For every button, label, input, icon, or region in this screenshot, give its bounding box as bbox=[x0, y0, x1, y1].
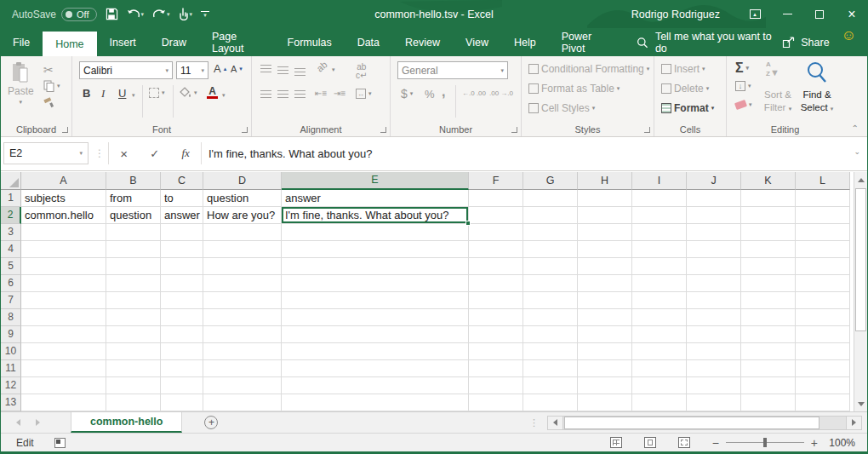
find-select-button[interactable]: Find & Select ▾ bbox=[798, 89, 836, 114]
copy-button[interactable]: ▾ bbox=[43, 80, 60, 92]
align-center-icon[interactable] bbox=[277, 90, 288, 98]
cell-C1[interactable]: to bbox=[161, 190, 203, 207]
align-right-icon[interactable] bbox=[294, 90, 306, 98]
cell-I3[interactable] bbox=[632, 224, 687, 241]
cell-G2[interactable] bbox=[523, 207, 578, 224]
row-header-4[interactable]: 4 bbox=[1, 241, 21, 258]
cell-B4[interactable] bbox=[106, 241, 161, 258]
cell-F9[interactable] bbox=[469, 326, 523, 343]
tab-insert[interactable]: Insert bbox=[97, 28, 149, 56]
underline-button[interactable]: U bbox=[118, 87, 126, 100]
tab-help[interactable]: Help bbox=[501, 28, 549, 56]
row-header-9[interactable]: 9 bbox=[1, 326, 21, 343]
cell-L6[interactable] bbox=[796, 275, 850, 292]
cell-J12[interactable] bbox=[687, 377, 741, 394]
row-header-3[interactable]: 3 bbox=[1, 224, 21, 241]
share-button[interactable]: Share bbox=[782, 28, 829, 56]
cancel-button[interactable]: × bbox=[120, 147, 128, 161]
row-header-13[interactable]: 13 bbox=[1, 394, 21, 411]
underline-caret[interactable]: ▾ bbox=[132, 92, 135, 99]
number-format-select[interactable]: General▾ bbox=[397, 61, 508, 79]
cell-K3[interactable] bbox=[741, 224, 796, 241]
cell-H1[interactable] bbox=[578, 190, 632, 207]
cell-K5[interactable] bbox=[741, 258, 796, 275]
tell-me-box[interactable]: Tell me what you want to do bbox=[637, 28, 782, 56]
sheet-tab-common-hello[interactable]: common-hello bbox=[71, 412, 182, 433]
cell-I8[interactable] bbox=[632, 309, 687, 326]
expand-formula-bar-button[interactable]: ⌄ bbox=[854, 147, 860, 156]
cell-F7[interactable] bbox=[469, 292, 523, 309]
cell-B2[interactable]: question bbox=[106, 207, 161, 224]
cell-G13[interactable] bbox=[523, 394, 578, 411]
zoom-slider-thumb[interactable] bbox=[763, 438, 767, 447]
cell-B7[interactable] bbox=[106, 292, 161, 309]
page-break-view-button[interactable] bbox=[678, 437, 690, 448]
cell-A10[interactable] bbox=[21, 343, 106, 360]
cell-A1[interactable]: subjects bbox=[21, 190, 106, 207]
row-header-11[interactable]: 11 bbox=[1, 360, 21, 377]
formula-bar-resize-handle[interactable]: ⋮ bbox=[94, 147, 105, 159]
currency-button[interactable]: $▾ bbox=[401, 87, 413, 101]
cell-K12[interactable] bbox=[741, 377, 796, 394]
clear-button[interactable]: ▾ bbox=[735, 101, 752, 108]
scroll-right-arrow[interactable] bbox=[846, 417, 861, 429]
column-header-D[interactable]: D bbox=[203, 172, 282, 190]
cell-L13[interactable] bbox=[796, 394, 850, 411]
bold-button[interactable]: B bbox=[83, 87, 90, 100]
touch-mode-button[interactable]: ▾ bbox=[179, 8, 193, 20]
cell-G4[interactable] bbox=[523, 241, 578, 258]
cell-E12[interactable] bbox=[282, 377, 469, 394]
wrap-text-button[interactable]: abc↵ bbox=[356, 63, 367, 80]
format-cells-button[interactable]: Format▾ bbox=[661, 102, 714, 114]
cell-A5[interactable] bbox=[21, 258, 106, 275]
macro-record-icon[interactable] bbox=[54, 438, 66, 448]
cell-B5[interactable] bbox=[106, 258, 161, 275]
column-header-J[interactable]: J bbox=[687, 172, 741, 190]
cell-F8[interactable] bbox=[469, 309, 523, 326]
cell-G5[interactable] bbox=[523, 258, 578, 275]
cell-F4[interactable] bbox=[469, 241, 523, 258]
cell-J1[interactable] bbox=[687, 190, 741, 207]
cell-C7[interactable] bbox=[161, 292, 203, 309]
page-layout-view-button[interactable] bbox=[644, 437, 656, 448]
cell-A3[interactable] bbox=[21, 224, 106, 241]
cell-A13[interactable] bbox=[21, 394, 106, 411]
tab-power-pivot[interactable]: Power Pivot bbox=[549, 28, 622, 56]
save-button[interactable] bbox=[106, 8, 118, 20]
cell-F2[interactable] bbox=[469, 207, 523, 224]
sort-filter-button[interactable]: Sort & Filter ▾ bbox=[762, 89, 793, 114]
cell-D11[interactable] bbox=[203, 360, 282, 377]
cell-K11[interactable] bbox=[741, 360, 796, 377]
row-header-6[interactable]: 6 bbox=[1, 275, 21, 292]
cell-F12[interactable] bbox=[469, 377, 523, 394]
tab-view[interactable]: View bbox=[453, 28, 501, 56]
scroll-left-arrow[interactable] bbox=[548, 417, 563, 429]
cell-C13[interactable] bbox=[161, 394, 203, 411]
minimize-button[interactable] bbox=[771, 0, 803, 28]
cell-I13[interactable] bbox=[632, 394, 687, 411]
cell-H4[interactable] bbox=[578, 241, 632, 258]
scroll-up-arrow[interactable] bbox=[854, 172, 867, 187]
cell-E7[interactable] bbox=[282, 292, 469, 309]
cell-A8[interactable] bbox=[21, 309, 106, 326]
cell-A2[interactable]: common.hello bbox=[21, 207, 106, 224]
cell-C12[interactable] bbox=[161, 377, 203, 394]
cell-C6[interactable] bbox=[161, 275, 203, 292]
font-color-button[interactable]: A bbox=[207, 85, 218, 99]
horizontal-scroll-thumb[interactable] bbox=[564, 417, 819, 429]
cell-E6[interactable] bbox=[282, 275, 469, 292]
font-size-select[interactable]: 11▾ bbox=[176, 61, 208, 79]
feedback-smiley-icon[interactable]: ☺ bbox=[842, 28, 856, 56]
zoom-in-button[interactable]: + bbox=[811, 436, 818, 450]
maximize-button[interactable] bbox=[803, 0, 836, 28]
cell-G10[interactable] bbox=[523, 343, 578, 360]
zoom-slider[interactable] bbox=[726, 442, 804, 443]
cell-E13[interactable] bbox=[282, 394, 469, 411]
orientation-button[interactable]: ab bbox=[315, 59, 329, 73]
cell-D3[interactable] bbox=[203, 224, 282, 241]
cell-H13[interactable] bbox=[578, 394, 632, 411]
cell-K8[interactable] bbox=[741, 309, 796, 326]
cell-C4[interactable] bbox=[161, 241, 203, 258]
cell-J7[interactable] bbox=[687, 292, 741, 309]
cell-A9[interactable] bbox=[21, 326, 106, 343]
